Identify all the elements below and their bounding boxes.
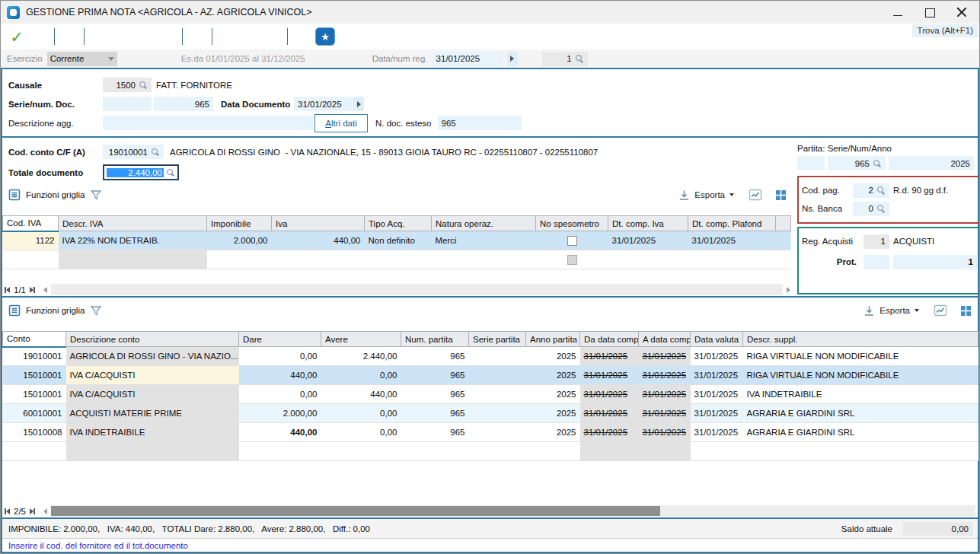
undo-button[interactable] <box>28 26 51 47</box>
table-row[interactable]: 15010001 IVA C/ACQUISTI 0,00 440,00 965 … <box>3 385 978 404</box>
no-spesometro-checkbox[interactable] <box>567 236 577 246</box>
grid-list-icon[interactable] <box>8 304 21 317</box>
chart-icon[interactable] <box>749 189 762 201</box>
minimize-icon[interactable] <box>892 7 903 18</box>
column-header[interactable]: A data comp. <box>639 332 691 347</box>
partita-numero-input[interactable]: 965 <box>828 156 886 170</box>
calendar-search-button[interactable] <box>110 26 133 47</box>
search-icon[interactable] <box>876 204 886 213</box>
scrollbar-thumb[interactable] <box>51 506 660 516</box>
column-header[interactable]: Cod. IVA <box>3 216 59 231</box>
date-expand-button[interactable] <box>353 97 364 111</box>
column-header[interactable]: Dt. comp. Iva <box>608 216 688 231</box>
num-registrazione-input[interactable]: 1 <box>542 52 588 66</box>
first-page-button[interactable] <box>5 508 10 514</box>
column-header[interactable]: Conto <box>3 332 66 347</box>
esercizio-select[interactable]: Corrente <box>47 52 117 66</box>
ns-banca-input[interactable]: 0 <box>853 202 889 216</box>
edit-button[interactable] <box>58 26 81 47</box>
scroll-left-button[interactable] <box>43 287 47 293</box>
find-button[interactable]: Trova (Alt+F1) <box>912 24 978 37</box>
table-row[interactable]: 60010001 ACQUISTI MATERIE PRIME 2.000,00… <box>3 404 978 423</box>
info-button[interactable]: i <box>215 26 238 47</box>
table-row[interactable]: 1122 IVA 22% NON DETRAIB. 2.000,00 440,0… <box>3 231 791 250</box>
scroll-left-button[interactable] <box>43 508 47 514</box>
grid-blocks-icon[interactable] <box>775 189 787 201</box>
funzioni-griglia-button[interactable]: Funzioni griglia <box>26 190 85 199</box>
partita-serie-input[interactable] <box>797 156 825 170</box>
column-header[interactable]: Descr. suppl. <box>743 332 978 347</box>
horizontal-scrollbar[interactable] <box>51 505 975 517</box>
prot-num-input[interactable]: 1 <box>893 255 977 269</box>
column-header[interactable]: Imponibile <box>207 216 272 231</box>
table-row[interactable]: 15010008 IVA INDETRAIBILE 440,00 0,00 96… <box>3 423 978 442</box>
funzioni-griglia-button[interactable]: Funzioni griglia <box>26 306 85 315</box>
filter-funnel-icon[interactable] <box>90 305 102 317</box>
num-doc-input[interactable]: 965 <box>154 97 213 111</box>
causale-input[interactable]: 1500 <box>103 78 152 92</box>
cod-conto-input[interactable]: 19010001 <box>103 145 164 159</box>
column-header[interactable]: Anno partita <box>526 332 580 347</box>
maximize-icon[interactable] <box>924 7 935 18</box>
grid-list-icon[interactable] <box>8 189 21 201</box>
column-header[interactable]: Descr. IVA <box>59 216 207 231</box>
filter-funnel-icon[interactable] <box>90 189 102 201</box>
column-header[interactable]: Avere <box>321 332 401 347</box>
column-header[interactable]: Natura operaz. <box>432 216 536 231</box>
amounts-button[interactable]: $ <box>238 26 261 47</box>
search-icon[interactable] <box>575 54 584 63</box>
column-header[interactable]: No spesometro <box>536 216 608 231</box>
favorites-button[interactable]: ★ <box>314 26 337 47</box>
scroll-right-button[interactable] <box>787 287 790 293</box>
column-header[interactable]: Da data comp. <box>580 332 639 347</box>
esporta-button[interactable]: Esporta <box>678 189 734 201</box>
last-page-button[interactable] <box>30 287 35 293</box>
totale-documento-input[interactable]: 2.440,00 <box>103 164 179 180</box>
document-menu-button[interactable] <box>156 26 179 47</box>
share-button[interactable] <box>261 26 284 47</box>
column-header[interactable]: Descrizione conto <box>66 332 239 347</box>
first-page-button[interactable] <box>5 287 10 293</box>
data-documento-input[interactable]: 31/01/2025 <box>294 97 353 111</box>
cod-pag-input[interactable]: 2 <box>853 183 889 198</box>
n-doc-esteso-input[interactable]: 965 <box>438 116 522 130</box>
empty-row[interactable] <box>3 442 978 461</box>
grid-blocks-icon[interactable] <box>960 305 972 317</box>
close-icon[interactable] <box>956 7 967 18</box>
search-icon[interactable] <box>139 81 148 90</box>
search-icon[interactable] <box>151 148 160 157</box>
search-icon[interactable] <box>873 159 882 168</box>
column-header[interactable]: Iva <box>272 216 365 231</box>
partita-anno-input[interactable]: 2025 <box>889 156 974 170</box>
chart-icon[interactable] <box>934 304 947 317</box>
copy-button[interactable] <box>88 26 110 47</box>
cod-pag-desc: R.d. 90 gg d.f. <box>893 186 948 195</box>
column-header[interactable]: Data valuta <box>691 332 743 347</box>
search-icon[interactable] <box>166 168 175 177</box>
column-header[interactable]: Dare <box>239 332 321 347</box>
horizontal-scrollbar[interactable] <box>51 284 783 295</box>
serie-doc-input[interactable] <box>103 97 152 111</box>
table-row[interactable]: 19010001 AGRICOLA DI ROSSI GINO - VIA NA… <box>3 347 978 366</box>
attachment-button[interactable] <box>133 26 156 47</box>
date-expand-button[interactable] <box>507 52 518 66</box>
exit-button[interactable] <box>337 26 359 47</box>
column-header[interactable]: Tipo Acq. <box>365 216 432 231</box>
reg-acquisti-input[interactable]: 1 <box>863 234 889 249</box>
search-icon[interactable] <box>876 186 886 195</box>
altri-dati-button[interactable]: Altri dati <box>314 114 368 132</box>
last-page-button[interactable] <box>30 508 35 514</box>
esporta-button[interactable]: Esporta <box>863 305 919 317</box>
help-button[interactable]: ? <box>291 26 314 47</box>
menu-button[interactable] <box>186 26 209 47</box>
column-header[interactable]: Serie partita <box>469 332 526 347</box>
confirm-button[interactable]: ✓ <box>5 26 28 47</box>
column-header[interactable]: Num. partita <box>401 332 469 347</box>
data-registrazione-input[interactable]: 31/01/2025 <box>433 52 503 66</box>
descrizione-agg-input[interactable] <box>103 116 313 130</box>
empty-row[interactable] <box>3 250 791 269</box>
column-header[interactable]: Dt. comp. Plafond <box>688 216 776 231</box>
prot-serie-input[interactable] <box>863 255 889 269</box>
table-row[interactable]: 15010001 IVA C/ACQUISTI 440,00 0,00 965 … <box>3 366 978 385</box>
esercizio-value: Corrente <box>50 54 85 63</box>
